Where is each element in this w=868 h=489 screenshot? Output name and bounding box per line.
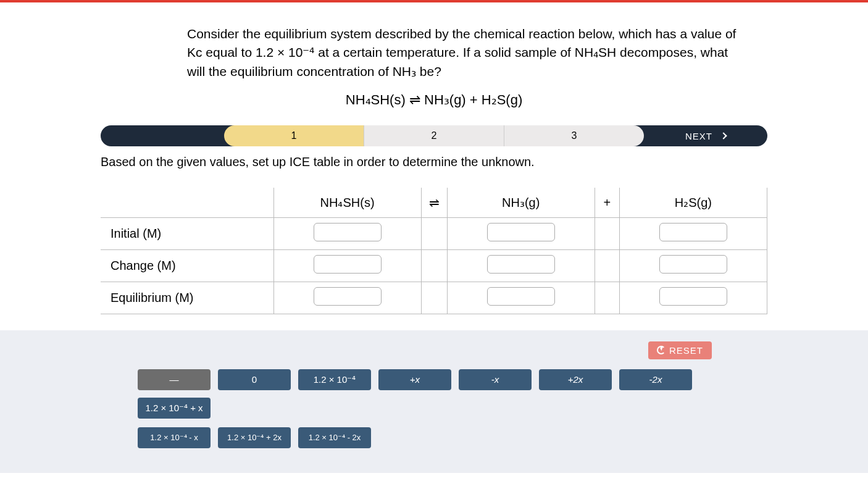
- problem-prompt: Consider the equilibrium system describe…: [131, 25, 737, 81]
- tile-row-2: 1.2 × 10⁻⁴ - x 1.2 × 10⁻⁴ + 2x 1.2 × 10⁻…: [101, 427, 767, 448]
- row-change-label: Change (M): [101, 249, 273, 282]
- undo-icon: [657, 346, 666, 354]
- slot-eq-nh3[interactable]: [487, 287, 555, 306]
- step-progress-bar: 1 2 3 NEXT: [101, 125, 767, 146]
- row-equilibrium-label: Equilibrium (M): [101, 282, 273, 314]
- slot-initial-nh4sh[interactable]: [314, 223, 382, 241]
- tile-plus-2x[interactable]: +2x: [539, 369, 612, 390]
- step-2[interactable]: 2: [364, 125, 504, 146]
- col-op-plus: +: [595, 188, 619, 217]
- reset-label: RESET: [669, 345, 703, 356]
- equation-lhs: NH₄SH(s): [346, 92, 406, 107]
- step-3[interactable]: 3: [504, 125, 644, 146]
- tile-kc-plus-x[interactable]: 1.2 × 10⁻⁴ + x: [138, 398, 211, 419]
- slot-change-nh3[interactable]: [487, 255, 555, 274]
- col-op-eq: ⇌: [421, 188, 447, 217]
- tile-minus-2x[interactable]: -2x: [619, 369, 692, 390]
- tile-kc-plus-2x[interactable]: 1.2 × 10⁻⁴ + 2x: [218, 427, 291, 448]
- tile-dash[interactable]: —: [138, 369, 211, 390]
- tile-kc-minus-2x[interactable]: 1.2 × 10⁻⁴ - 2x: [298, 427, 371, 448]
- tile-plus-x[interactable]: +x: [378, 369, 451, 390]
- chevron-right-icon: [720, 133, 727, 140]
- answer-bank: RESET — 0 1.2 × 10⁻⁴ +x -x +2x -2x 1.2 ×…: [0, 330, 868, 473]
- slot-change-h2s[interactable]: [659, 255, 727, 274]
- slot-initial-nh3[interactable]: [487, 223, 555, 241]
- blank-header: [101, 188, 273, 217]
- tile-zero[interactable]: 0: [218, 369, 291, 390]
- reset-button[interactable]: RESET: [648, 341, 712, 359]
- next-label: NEXT: [685, 131, 712, 141]
- slot-initial-h2s[interactable]: [659, 223, 727, 241]
- slot-change-nh4sh[interactable]: [314, 255, 382, 274]
- tile-minus-x[interactable]: -x: [459, 369, 532, 390]
- step-1[interactable]: 1: [224, 125, 364, 146]
- col-header-h2s: H₂S(g): [619, 188, 767, 217]
- tile-kc[interactable]: 1.2 × 10⁻⁴: [298, 369, 371, 390]
- chemical-equation: NH₄SH(s) ⇌ NH₃(g) + H₂S(g): [101, 92, 767, 108]
- row-initial-label: Initial (M): [101, 217, 273, 249]
- equilibrium-arrow-icon: ⇌: [409, 92, 420, 107]
- tile-kc-minus-x[interactable]: 1.2 × 10⁻⁴ - x: [138, 427, 211, 448]
- col-header-nh3: NH₃(g): [447, 188, 595, 217]
- equation-rhs: NH₃(g) + H₂S(g): [424, 92, 522, 107]
- next-button[interactable]: NEXT: [644, 131, 767, 141]
- slot-eq-nh4sh[interactable]: [314, 287, 382, 306]
- step-instruction: Based on the given values, set up ICE ta…: [101, 155, 767, 169]
- ice-table: NH₄SH(s) ⇌ NH₃(g) + H₂S(g) Initial (M) C…: [101, 188, 767, 314]
- tile-row-1: — 0 1.2 × 10⁻⁴ +x -x +2x -2x 1.2 × 10⁻⁴ …: [101, 369, 767, 419]
- col-header-nh4sh: NH₄SH(s): [273, 188, 421, 217]
- slot-eq-h2s[interactable]: [659, 287, 727, 306]
